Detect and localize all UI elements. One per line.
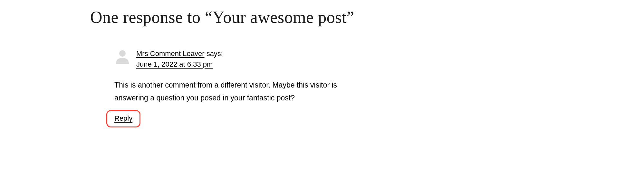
comment-header: Mrs Comment Leaver says: June 1, 2022 at… xyxy=(114,48,354,70)
avatar xyxy=(114,48,130,64)
says-text: says: xyxy=(205,50,223,58)
reply-link[interactable]: Reply xyxy=(114,114,132,122)
comments-section: One response to “Your awesome post” Mrs … xyxy=(0,0,354,127)
comment-author-link[interactable]: Mrs Comment Leaver xyxy=(136,50,205,58)
comment-item: Mrs Comment Leaver says: June 1, 2022 at… xyxy=(114,48,354,128)
comment-meta: Mrs Comment Leaver says: June 1, 2022 at… xyxy=(136,48,223,70)
comment-date-link[interactable]: June 1, 2022 at 6:33 pm xyxy=(136,60,213,68)
reply-highlight: Reply xyxy=(106,110,140,127)
comments-heading: One response to “Your awesome post” xyxy=(90,6,354,28)
avatar-icon xyxy=(114,48,130,64)
svg-point-1 xyxy=(119,50,126,57)
comment-body: This is another comment from a different… xyxy=(114,79,354,105)
